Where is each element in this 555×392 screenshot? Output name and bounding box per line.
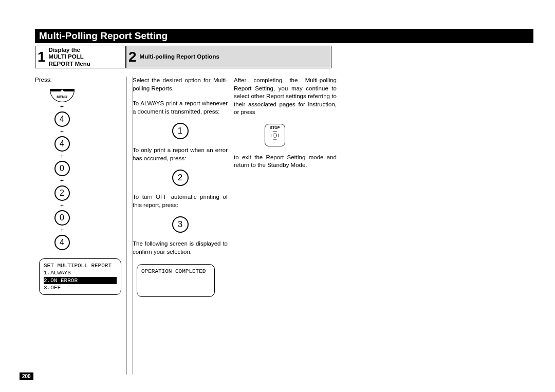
key-1: 1 (172, 123, 189, 139)
key-4: 4 (54, 136, 70, 152)
menu-key-icon: MENU (50, 89, 75, 102)
lcd-line: 3.OFF (44, 284, 117, 291)
paragraph: To only print a report when an error has… (133, 146, 228, 162)
lcd-line-selected: 2.ON ERROR (44, 277, 117, 284)
step-1-number: 1 (38, 50, 46, 64)
column-1: Press: MENU + 4 + 4 + 0 + 2 + 0 + 4 SET … (35, 77, 133, 375)
plus-icon: + (48, 177, 76, 184)
lcd-line: SET MULTIPOLL REPORT (44, 262, 117, 269)
page-number: 200 (20, 372, 33, 380)
key-0: 0 (54, 161, 70, 176)
stop-key-icon: STOP (265, 124, 285, 146)
lcd-line: 1.ALWAYS (44, 269, 117, 276)
paragraph: Select the desired option for Multi-poll… (133, 77, 228, 92)
steps-row: 1 Display the MULTI POLL REPORT Menu 2 M… (35, 46, 533, 68)
key-2: 2 (54, 185, 70, 201)
lcd-screen-menu: SET MULTIPOLL REPORT 1.ALWAYS 2.ON ERROR… (39, 258, 121, 295)
step-2-label: Multi-polling Report Options (140, 53, 219, 60)
paragraph: After completing the Multi-polling Repor… (234, 77, 337, 117)
plus-icon: + (48, 153, 76, 160)
key-4: 4 (54, 111, 70, 127)
paragraph: The following screen is displayed to con… (133, 240, 228, 256)
key-3: 3 (172, 216, 189, 233)
column-3: After completing the Multi-polling Repor… (228, 77, 337, 375)
lcd-line: OPERATION COMPLETED (141, 268, 210, 275)
plus-icon: + (48, 202, 76, 209)
stop-hexagon-icon (271, 132, 279, 140)
key-4: 4 (54, 235, 70, 250)
step-1-label: Display the MULTI POLL REPORT Menu (49, 47, 90, 67)
plus-icon: + (48, 227, 76, 234)
paragraph: To ALWAYS print a report whenever a docu… (133, 100, 228, 116)
keypad-sequence: MENU + 4 + 4 + 0 + 2 + 0 + 4 (48, 89, 76, 250)
plus-icon: + (48, 128, 76, 135)
key-2: 2 (172, 170, 189, 186)
column-2: Select the desired option for Multi-poll… (126, 77, 228, 375)
step-1-header: 1 Display the MULTI POLL REPORT Menu (35, 46, 126, 68)
paragraph: to exit the Report Setting mode and retu… (234, 154, 337, 170)
page-content: Multi-Polling Report Setting 1 Display t… (35, 29, 533, 375)
step-2-number: 2 (128, 50, 137, 64)
lcd-screen-confirm: OPERATION COMPLETED (137, 264, 215, 297)
section-title: Multi-Polling Report Setting (35, 29, 533, 43)
paragraph: To turn OFF automatic printing of this r… (133, 193, 228, 209)
key-0: 0 (54, 210, 70, 226)
columns: Press: MENU + 4 + 4 + 0 + 2 + 0 + 4 SET … (35, 77, 533, 375)
step-2-header: 2 Multi-polling Report Options (126, 46, 331, 68)
press-label: Press: (35, 77, 133, 83)
plus-icon: + (48, 103, 76, 110)
